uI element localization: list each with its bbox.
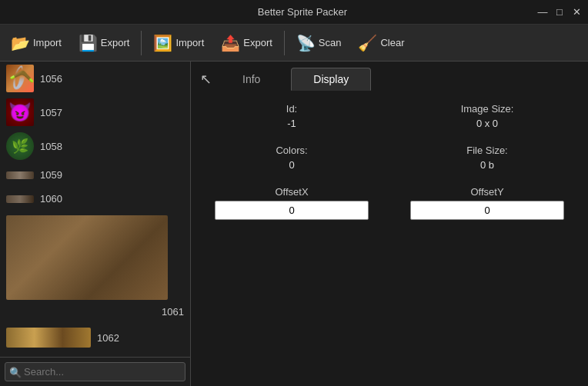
- sprite-thumb-1058: [6, 132, 34, 160]
- minimize-button[interactable]: —: [537, 7, 548, 18]
- search-wrapper: 🔍: [5, 362, 185, 381]
- sprite-id-1057: 1057: [40, 107, 62, 118]
- offset-y-field: OffsetY: [405, 186, 570, 220]
- sprite-thumb-1062: [6, 328, 91, 348]
- file-size-field: File Size: 0 b: [405, 145, 570, 171]
- clear-broom-icon: 🧹: [358, 34, 377, 52]
- export2-button[interactable]: 📤 Export: [213, 29, 280, 57]
- sprite-list[interactable]: 1056 1057 1058 1059 1060: [0, 62, 190, 357]
- list-item[interactable]: 1061: [0, 211, 190, 322]
- import2-label: Import: [175, 37, 204, 48]
- export1-label: Export: [101, 37, 130, 48]
- sprite-id-1060: 1060: [40, 193, 62, 205]
- file-size-value: 0 b: [480, 159, 494, 171]
- colors-field: Colors: 0: [209, 145, 374, 171]
- colors-value: 0: [289, 159, 294, 171]
- offset-x-field: OffsetX: [209, 186, 374, 220]
- search-bar: 🔍: [0, 357, 190, 386]
- offset-y-label: OffsetY: [470, 186, 503, 198]
- toolbar-separator-1: [141, 31, 142, 55]
- tab-info[interactable]: Info: [221, 68, 282, 90]
- file-size-label: File Size:: [466, 145, 507, 156]
- offset-x-input[interactable]: [215, 201, 369, 220]
- import2-button[interactable]: 🖼️ Import: [145, 29, 212, 57]
- list-item[interactable]: 1058: [0, 129, 190, 163]
- maximize-button[interactable]: □: [554, 7, 565, 18]
- sprite-thumb-1057: [6, 98, 34, 126]
- scan-button[interactable]: 📡 Scan: [289, 29, 349, 57]
- colors-label: Colors:: [276, 145, 307, 156]
- toolbar: 📂 Import 💾 Export 🖼️ Import 📤 Export 📡 S…: [0, 25, 588, 62]
- list-item[interactable]: 1060: [0, 187, 190, 211]
- image-size-value: 0 x 0: [476, 118, 498, 129]
- tab-display[interactable]: Display: [291, 68, 371, 91]
- sprite-id-1058: 1058: [40, 141, 62, 152]
- import1-button[interactable]: 📂 Import: [3, 29, 69, 57]
- offset-y-input[interactable]: [410, 201, 564, 220]
- offset-x-label: OffsetX: [275, 186, 308, 198]
- close-button[interactable]: ✕: [571, 7, 582, 18]
- import-folder-icon: 📂: [11, 34, 30, 52]
- clear-label: Clear: [380, 37, 404, 48]
- export-disk-icon: 💾: [79, 34, 98, 52]
- list-item[interactable]: 1059: [0, 163, 190, 187]
- list-item[interactable]: 1062: [0, 322, 190, 353]
- list-item[interactable]: 1057: [0, 95, 190, 129]
- scan-label: Scan: [319, 37, 342, 48]
- search-input[interactable]: [5, 362, 185, 381]
- sprite-id-1059: 1059: [40, 169, 62, 181]
- image-size-label: Image Size:: [461, 103, 514, 115]
- cursor-icon: ↖: [200, 71, 212, 88]
- import-image-icon: 🖼️: [153, 34, 172, 52]
- image-size-field: Image Size: 0 x 0: [405, 103, 570, 129]
- sprite-id-1056: 1056: [40, 73, 62, 85]
- export-arrows-icon: 📤: [221, 34, 240, 52]
- scan-icon: 📡: [296, 34, 316, 52]
- export2-label: Export: [243, 37, 272, 48]
- id-label: Id:: [286, 103, 297, 115]
- info-grid: Id: -1 Image Size: 0 x 0 Colors: 0 File …: [209, 103, 570, 220]
- search-icon: 🔍: [9, 366, 22, 378]
- main-area: 1056 1057 1058 1059 1060: [0, 62, 588, 386]
- sprite-id-1062: 1062: [97, 332, 119, 344]
- id-value: -1: [287, 118, 296, 129]
- clear-button[interactable]: 🧹 Clear: [350, 29, 412, 57]
- info-content: Id: -1 Image Size: 0 x 0 Colors: 0 File …: [191, 91, 588, 386]
- id-field: Id: -1: [209, 103, 374, 129]
- left-panel: 1056 1057 1058 1059 1060: [0, 62, 191, 386]
- window-controls: — □ ✕: [537, 7, 582, 18]
- import1-label: Import: [33, 37, 62, 48]
- sprite-thumb-1059: [6, 171, 34, 179]
- sprite-id-1061: 1061: [162, 306, 184, 318]
- sprite-thumb-1060: [6, 195, 34, 203]
- list-item[interactable]: 1056: [0, 62, 190, 95]
- export1-button[interactable]: 💾 Export: [71, 29, 138, 57]
- tab-row: ↖ Info Display: [191, 62, 588, 91]
- title-bar: Better Sprite Packer — □ ✕: [0, 0, 588, 25]
- sprite-thumb-1056: [6, 65, 34, 92]
- window-title: Better Sprite Packer: [68, 6, 537, 18]
- right-panel: ↖ Info Display Id: -1 Image Size: 0 x 0: [191, 62, 588, 386]
- sprite-thumb-1061: [6, 215, 168, 300]
- toolbar-separator-2: [284, 31, 285, 55]
